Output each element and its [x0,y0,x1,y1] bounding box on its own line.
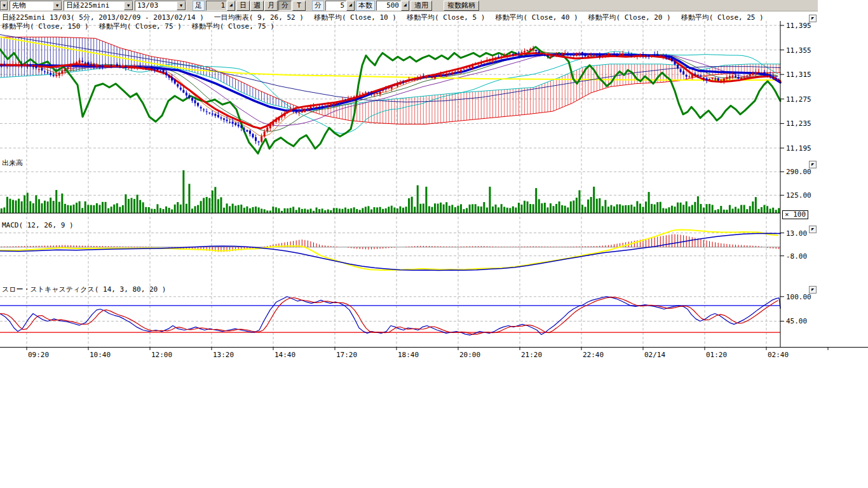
legend-item: 一目均衡表( 9, 26, 52 ) [214,13,304,22]
macd-axis-label: 13.00 [786,229,807,238]
x-axis-label: 10:40 [90,351,111,359]
x-axis-label: 09:20 [28,351,49,359]
legend-item: 移動平均( Close, 150 ) [2,22,89,31]
expand-arrow-icon: ◤ [811,162,814,167]
expand-arrow-icon: ◤ [811,227,814,232]
price-axis-label: 11,195 [786,144,811,152]
chart-legend-line1: 日経225mini 13/03( 5分, 2013/02/09 - 2013/0… [2,13,764,22]
legend-item: 移動平均( Close, 75 ) [99,22,182,31]
x-axis-label: 13:20 [213,351,234,359]
expand-arrow-icon: ◤ [811,287,814,292]
stoch-pane-title: スロー・ストキャスティクス( 14, 3, 80, 20 ) [2,285,166,294]
volume-axis-label: 125.00 [786,191,811,200]
pane-expand-button-volume[interactable]: ◤ [809,161,817,168]
x-axis-label: 02/14 [644,351,665,359]
x-axis-label: 22:40 [583,351,604,359]
pane-expand-button-macd[interactable]: ◤ [809,226,817,233]
stoch-axis-label: 100.00 [786,293,811,301]
x-axis-label: 01:20 [706,351,727,359]
x-axis-label: 02:40 [768,351,789,359]
expand-arrow-icon: ◤ [811,16,814,21]
stoch-axis-label: 45.00 [786,317,807,325]
x-axis-label: 12:00 [151,351,172,359]
volume-multiplier-badge: × 100 [782,210,808,219]
legend-item: 移動平均( Close, 5 ) [407,13,485,22]
volume-axis-label: 290.00 [786,168,811,176]
price-axis-label: 11,235 [786,119,811,128]
x-axis-label: 18:40 [398,351,419,359]
legend-item: 移動平均( Close, 75 ) [192,22,275,31]
price-axis-label: 11,275 [786,95,811,104]
legend-item: 移動平均( Close, 25 ) [681,13,764,22]
x-axis-label: 21:20 [521,351,542,359]
macd-axis-label: -8.00 [786,252,807,261]
legend-item: 移動平均( Close, 10 ) [314,13,397,22]
legend-item: 移動平均( Close, 20 ) [588,13,671,22]
x-axis-label: 14:40 [275,351,295,359]
price-axis-label: 11,315 [786,71,811,79]
legend-item: 日経225mini 13/03( 5分, 2013/02/09 - 2013/0… [2,13,204,22]
volume-pane-title: 出来高 [2,158,23,168]
x-axis-label: 20:00 [459,351,480,359]
chart-legend-line2: 移動平均( Close, 150 )移動平均( Close, 75 )移動平均(… [2,22,275,31]
legend-item: 移動平均( Close, 40 ) [495,13,578,22]
chart-canvas[interactable] [0,0,868,488]
x-axis-label: 17:20 [336,351,357,359]
price-axis-label: 11,395 [786,22,811,30]
macd-pane-title: MACD( 12, 26, 9 ) [2,221,74,229]
price-axis-label: 11,355 [786,46,811,55]
